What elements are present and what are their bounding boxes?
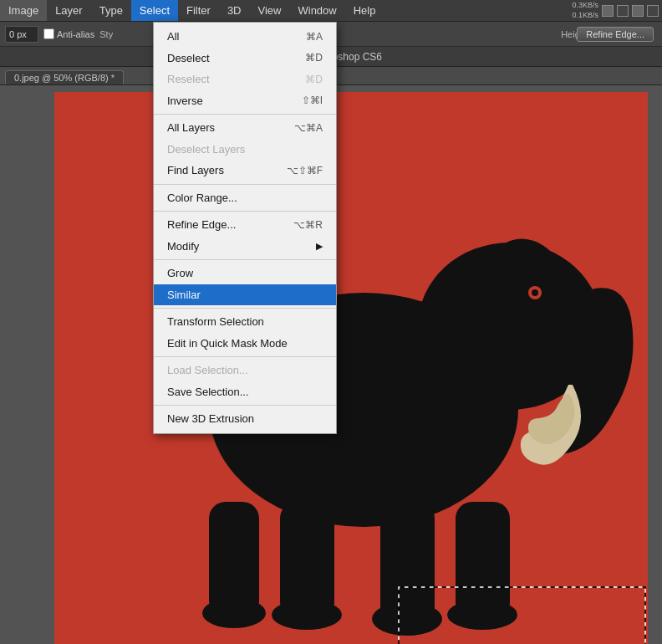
menu-item-all-layers-shortcut: ⌥⌘A — [294, 120, 323, 135]
menu-select[interactable]: Select — [131, 0, 178, 21]
menu-help[interactable]: Help — [345, 0, 384, 21]
menu-item-grow-label: Grow — [167, 265, 193, 282]
menu-item-save-selection[interactable]: Save Selection... — [154, 381, 336, 403]
document-tab[interactable]: 0.jpeg @ 50% (RGB/8) * — [5, 70, 124, 84]
menu-item-deselect-shortcut: ⌘D — [305, 50, 323, 65]
menu-item-find-layers[interactable]: Find Layers ⌥⇧⌘F — [154, 160, 336, 181]
sys-box-4 — [647, 5, 659, 17]
menu-layer[interactable]: Layer — [47, 0, 91, 21]
menu-item-deselect[interactable]: Deselect ⌘D — [154, 48, 336, 69]
separator-6 — [154, 356, 336, 357]
menu-image[interactable]: Image — [0, 0, 47, 21]
menu-item-inverse-shortcut: ⇧⌘I — [302, 93, 323, 108]
menu-item-similar[interactable]: Similar — [154, 284, 336, 306]
menu-item-reselect: Reselect ⌘D — [154, 69, 336, 90]
separator-4 — [154, 259, 336, 260]
menu-item-all-shortcut: ⌘A — [306, 29, 323, 44]
network-speed: 0.3KB/s 0.1KB/s — [572, 1, 598, 20]
antialias-label: Anti-alias — [57, 29, 94, 39]
menu-item-refine-edge-label: Refine Edge... — [167, 217, 236, 233]
menu-item-deselect-label: Deselect — [167, 50, 210, 67]
sys-box-2 — [617, 5, 629, 17]
menu-item-reselect-label: Reselect — [167, 71, 210, 88]
menu-item-all-label: All — [167, 28, 179, 45]
separator-3 — [154, 211, 336, 212]
menu-item-load-selection: Load Selection... — [154, 360, 336, 381]
menu-item-color-range-label: Color Range... — [167, 190, 237, 207]
separator-5 — [154, 308, 336, 309]
sys-box-3 — [632, 5, 644, 17]
menu-item-new-3d-extrusion[interactable]: New 3D Extrusion — [154, 408, 336, 430]
canvas-image — [54, 92, 648, 644]
menu-item-deselect-layers: Deselect Layers — [154, 139, 336, 161]
menu-item-edit-quick-mask[interactable]: Edit in Quick Mask Mode — [154, 333, 336, 355]
svg-rect-14 — [399, 587, 645, 644]
menu-item-inverse[interactable]: Inverse ⇧⌘I — [154, 90, 336, 112]
menu-item-all-layers-label: All Layers — [167, 120, 215, 136]
menu-type[interactable]: Type — [91, 0, 131, 21]
menu-item-transform-selection[interactable]: Transform Selection — [154, 311, 336, 333]
menu-filter[interactable]: Filter — [178, 0, 219, 21]
menu-item-inverse-label: Inverse — [167, 93, 203, 110]
menu-item-deselect-layers-label: Deselect Layers — [167, 141, 245, 158]
menu-item-grow[interactable]: Grow — [154, 263, 336, 284]
antialias-checkbox[interactable] — [43, 28, 54, 39]
menu-item-find-layers-shortcut: ⌥⇧⌘F — [287, 163, 323, 178]
system-bar: 0.3KB/s 0.1KB/s — [572, 0, 662, 22]
menu-item-transform-selection-label: Transform Selection — [167, 314, 264, 330]
menu-item-similar-label: Similar — [167, 287, 201, 304]
style-label: Sty — [99, 29, 113, 39]
menu-window[interactable]: Window — [289, 0, 344, 21]
svg-rect-13 — [399, 587, 645, 644]
menu-item-all-layers[interactable]: All Layers ⌥⌘A — [154, 117, 336, 139]
menu-item-new-3d-extrusion-label: New 3D Extrusion — [167, 411, 254, 427]
menu-3d[interactable]: 3D — [219, 0, 250, 21]
menu-item-find-layers-label: Find Layers — [167, 162, 224, 179]
svg-point-12 — [202, 598, 266, 628]
menu-item-all[interactable]: All ⌘A — [154, 26, 336, 48]
select-dropdown-menu: All ⌘A Deselect ⌘D Reselect ⌘D Inverse ⇧… — [153, 22, 337, 434]
menu-item-modify-label: Modify — [167, 238, 199, 255]
antialias-wrap: Anti-alias — [43, 28, 94, 39]
menu-item-load-selection-label: Load Selection... — [167, 362, 248, 379]
menu-item-reselect-shortcut: ⌘D — [305, 72, 323, 87]
menu-item-refine-edge-shortcut: ⌥⌘R — [293, 217, 323, 233]
modify-submenu-arrow: ▶ — [316, 239, 323, 253]
menu-item-modify[interactable]: Modify ▶ — [154, 236, 336, 258]
canvas-content — [54, 92, 648, 644]
separator-2 — [154, 184, 336, 185]
menu-item-save-selection-label: Save Selection... — [167, 384, 249, 401]
menu-item-edit-quick-mask-label: Edit in Quick Mask Mode — [167, 335, 288, 352]
separator-7 — [154, 405, 336, 406]
svg-point-11 — [272, 600, 342, 630]
svg-point-4 — [532, 289, 538, 296]
refine-edge-button[interactable]: Refine Edge... — [577, 27, 654, 42]
separator-1 — [154, 114, 336, 115]
menu-item-color-range[interactable]: Color Range... — [154, 187, 336, 209]
position-input[interactable] — [5, 26, 38, 43]
menu-item-refine-edge[interactable]: Refine Edge... ⌥⌘R — [154, 214, 336, 236]
menu-bar: Image Layer Type Select Filter 3D View W… — [0, 0, 662, 22]
menu-view[interactable]: View — [250, 0, 290, 21]
sys-box-1 — [602, 5, 614, 17]
selection-indicator — [397, 585, 648, 644]
